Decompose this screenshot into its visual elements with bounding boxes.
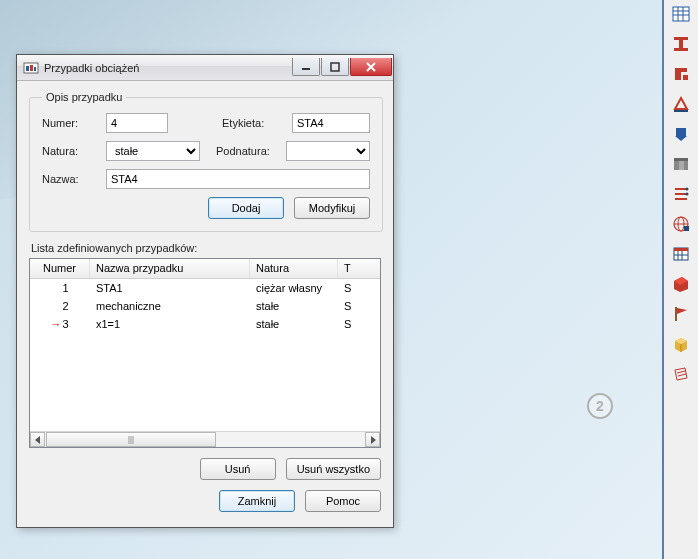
subnature-select[interactable]: [286, 141, 370, 161]
list-header[interactable]: Numer Nazwa przypadku Natura T: [30, 259, 380, 279]
minimize-button[interactable]: [292, 58, 320, 76]
svg-rect-12: [676, 128, 686, 136]
flag-red-icon[interactable]: [668, 302, 694, 326]
support-icon[interactable]: [668, 92, 694, 116]
svg-rect-47: [331, 63, 339, 71]
cell-natura: stałe: [250, 297, 338, 315]
col-natura[interactable]: Natura: [250, 259, 338, 278]
maximize-button[interactable]: [321, 58, 349, 76]
ibeam-icon[interactable]: [668, 32, 694, 56]
row-marker: →: [50, 318, 60, 330]
panel-icon[interactable]: [668, 152, 694, 176]
dialog-title: Przypadki obciążeń: [44, 62, 139, 74]
titlebar[interactable]: Przypadki obciążeń: [17, 55, 393, 81]
cell-numer: 1: [62, 282, 68, 294]
calendar-icon[interactable]: [668, 242, 694, 266]
cell-natura: ciężar własny: [250, 279, 338, 297]
delete-all-button[interactable]: Usuń wszystko: [286, 458, 381, 480]
section-red-icon[interactable]: [668, 62, 694, 86]
cell-t: S: [338, 279, 356, 297]
scroll-left-icon[interactable]: [30, 432, 45, 447]
right-toolbar: [662, 0, 698, 559]
sheet-icon[interactable]: [668, 362, 694, 386]
close-button[interactable]: [350, 58, 392, 76]
svg-rect-6: [679, 40, 683, 48]
col-numer[interactable]: Numer: [30, 259, 90, 278]
label-podnatura: Podnatura:: [216, 145, 278, 157]
horizontal-scrollbar[interactable]: [30, 431, 380, 447]
scroll-thumb[interactable]: [46, 432, 216, 447]
table-row[interactable]: 1 STA1 ciężar własny S: [30, 279, 380, 297]
svg-rect-17: [674, 158, 688, 161]
svg-rect-16: [684, 161, 688, 170]
number-input[interactable]: [106, 113, 168, 133]
list-label: Lista zdefiniowanych przypadków:: [31, 242, 381, 254]
cell-nazwa: mechaniczne: [90, 297, 250, 315]
svg-point-22: [686, 193, 689, 196]
add-button[interactable]: Dodaj: [208, 197, 284, 219]
app-icon: [23, 60, 39, 76]
node-marker-2: 2: [587, 393, 613, 419]
table-icon[interactable]: [668, 2, 694, 26]
cases-list: Numer Nazwa przypadku Natura T 1 STA1 ci…: [29, 258, 381, 448]
svg-rect-7: [674, 48, 688, 51]
modify-button[interactable]: Modyfikuj: [294, 197, 370, 219]
svg-marker-13: [675, 136, 687, 141]
label-natura: Natura:: [42, 145, 98, 157]
cell-nazwa: STA1: [90, 279, 250, 297]
cell-nazwa: x1=1: [90, 315, 250, 333]
svg-marker-50: [35, 436, 40, 444]
label-etykieta: Etykieta:: [222, 117, 284, 129]
svg-rect-0: [673, 7, 689, 21]
scroll-right-icon[interactable]: [365, 432, 380, 447]
svg-rect-28: [674, 248, 688, 251]
case-description-group: Opis przypadku Numer: Etykieta: Natura: …: [29, 91, 383, 232]
col-t[interactable]: T: [338, 259, 356, 278]
delete-button[interactable]: Usuń: [200, 458, 276, 480]
svg-rect-44: [30, 65, 33, 71]
cell-numer: 3: [62, 318, 68, 330]
cell-natura: stałe: [250, 315, 338, 333]
svg-marker-35: [677, 308, 687, 314]
svg-rect-43: [26, 66, 29, 71]
group-legend: Opis przypadku: [42, 91, 126, 103]
close-dialog-button[interactable]: Zamknij: [219, 490, 295, 512]
table-row[interactable]: →3 x1=1 stałe S: [30, 315, 380, 333]
svg-rect-45: [34, 67, 36, 71]
globe-icon[interactable]: [668, 212, 694, 236]
list-body[interactable]: 1 STA1 ciężar własny S 2 mechaniczne sta…: [30, 279, 380, 431]
bars-red-icon[interactable]: [668, 182, 694, 206]
label-input[interactable]: [292, 113, 370, 133]
label-numer: Numer:: [42, 117, 98, 129]
extrude-red-icon[interactable]: [668, 272, 694, 296]
col-nazwa[interactable]: Nazwa przypadku: [90, 259, 250, 278]
load-blue-icon[interactable]: [668, 122, 694, 146]
label-nazwa: Nazwa:: [42, 173, 98, 185]
box-yellow-icon[interactable]: [668, 332, 694, 356]
svg-marker-51: [371, 436, 376, 444]
help-button[interactable]: Pomoc: [305, 490, 381, 512]
cell-numer: 2: [62, 300, 68, 312]
load-cases-dialog: Przypadki obciążeń Opis przypadku Numer:…: [16, 54, 394, 528]
nature-select[interactable]: stałe: [106, 141, 200, 161]
svg-rect-15: [679, 161, 684, 170]
svg-point-21: [686, 188, 689, 191]
svg-marker-10: [675, 98, 687, 109]
name-input[interactable]: [106, 169, 370, 189]
svg-rect-26: [684, 226, 689, 231]
cell-t: S: [338, 315, 356, 333]
svg-rect-14: [674, 161, 679, 170]
table-row[interactable]: 2 mechaniczne stałe S: [30, 297, 380, 315]
cell-t: S: [338, 297, 356, 315]
svg-rect-9: [683, 75, 688, 80]
svg-rect-5: [674, 37, 688, 40]
